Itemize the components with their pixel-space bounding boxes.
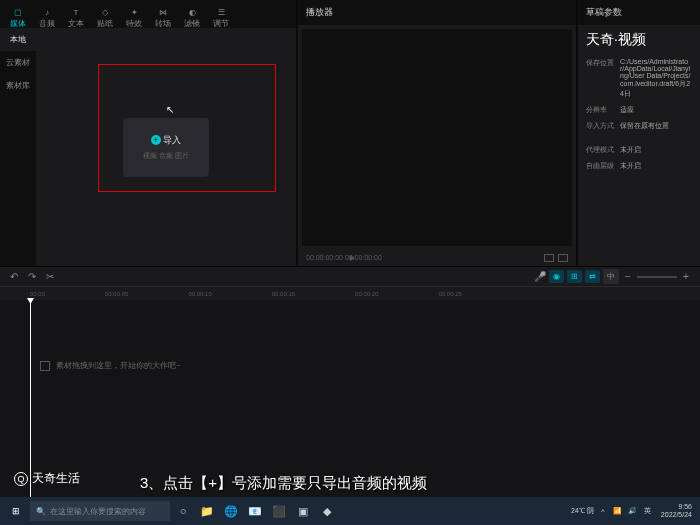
tab-transition[interactable]: ⋈转场 — [149, 4, 177, 28]
taskbar: ⊞ 🔍 在这里输入你要搜索的内容 ○ 📁 🌐 📧 ⬛ ▣ ◆ 24℃ 阴 ^ 📶… — [0, 497, 700, 525]
tray-net-icon[interactable]: 📶 — [612, 505, 624, 517]
preview-viewport — [302, 29, 572, 246]
track-hint: 素材拖拽到这里，开始你的大作吧~ — [40, 360, 181, 371]
task-app4[interactable]: ⬛ — [268, 500, 290, 522]
transition-icon: ⋈ — [158, 8, 168, 17]
search-box[interactable]: 🔍 在这里输入你要搜索的内容 — [30, 501, 170, 521]
tb-btn3[interactable]: ⇄ — [585, 270, 600, 283]
ratio-icon[interactable] — [544, 254, 554, 262]
tab-effect[interactable]: ✦特效 — [120, 4, 148, 28]
tab-filter[interactable]: ◐滤镜 — [178, 4, 206, 28]
playhead[interactable] — [30, 300, 31, 497]
sticker-icon: ◇ — [100, 8, 110, 17]
tab-adjust[interactable]: ☰调节 — [207, 4, 235, 28]
props-title: 草稿参数 — [578, 0, 700, 25]
preview-title: 播放器 — [298, 0, 576, 25]
task-cortana[interactable]: ○ — [172, 500, 194, 522]
task-app3[interactable]: 📧 — [244, 500, 266, 522]
adjust-icon: ☰ — [216, 8, 226, 17]
timeline-toolbar: ↶ ↷ ✂ 🎤 ◉ ⊞ ⇄ 中 − + — [0, 266, 700, 286]
plus-icon: + — [151, 135, 161, 145]
sidebar-cloud[interactable]: 云素材 — [0, 51, 36, 74]
tab-media[interactable]: ▢媒体 — [4, 4, 32, 28]
start-button[interactable]: ⊞ — [4, 499, 28, 523]
tab-audio[interactable]: ♪音频 — [33, 4, 61, 28]
tab-text[interactable]: T文本 — [62, 4, 90, 28]
undo-icon[interactable]: ↶ — [8, 271, 20, 283]
import-area: ↖ +导入 视频 音频 图片 — [36, 28, 296, 266]
watermark: Q 天奇生活 — [14, 470, 80, 487]
filter-icon: ◐ — [187, 8, 197, 17]
watermark-icon: Q — [14, 472, 28, 486]
timeline-tracks[interactable]: 素材拖拽到这里，开始你的大作吧~ — [0, 300, 700, 497]
sidebar-local[interactable]: 本地 — [0, 28, 36, 51]
task-app6[interactable]: ◆ — [316, 500, 338, 522]
tb-btn2[interactable]: ⊞ — [567, 270, 582, 283]
text-icon: T — [71, 8, 81, 17]
tray-up-icon[interactable]: ^ — [597, 505, 609, 517]
hint-icon — [40, 361, 50, 371]
properties-panel: 草稿参数 天奇·视频 保存位置C:/Users/Administrator/Ap… — [578, 0, 700, 266]
zoom-in-icon[interactable]: + — [680, 271, 692, 283]
media-sidebar: 本地 云素材 素材库 — [0, 28, 36, 266]
mic-icon[interactable]: 🎤 — [534, 271, 546, 283]
timeline-ruler[interactable]: 00:00 00:00:05 00:00:10 00:00:15 00:00:2… — [0, 286, 700, 300]
brand-logo: 天奇·视频 — [578, 25, 700, 55]
task-app2[interactable]: 🌐 — [220, 500, 242, 522]
tray-ime-icon[interactable]: 英 — [642, 505, 654, 517]
redo-icon[interactable]: ↷ — [26, 271, 38, 283]
tray-vol-icon[interactable]: 🔊 — [627, 505, 639, 517]
split-icon[interactable]: ✂ — [44, 271, 56, 283]
fullscreen-icon[interactable] — [558, 254, 568, 262]
cursor-icon: ↖ — [166, 104, 174, 115]
weather[interactable]: 24℃ 阴 — [571, 506, 594, 516]
tb-btn4[interactable]: 中 — [603, 269, 619, 284]
clock[interactable]: 9:56 2022/5/24 — [657, 503, 696, 518]
zoom-slider[interactable] — [637, 276, 677, 278]
tab-sticker[interactable]: ◇贴纸 — [91, 4, 119, 28]
preview-timecode: 00:00:00:00 00:00:00:00 — [306, 254, 382, 262]
system-tray: 24℃ 阴 ^ 📶 🔊 英 9:56 2022/5/24 — [571, 503, 696, 518]
tb-btn1[interactable]: ◉ — [549, 270, 564, 283]
audio-icon: ♪ — [42, 8, 52, 17]
search-icon: 🔍 — [36, 507, 46, 516]
sidebar-library[interactable]: 素材库 — [0, 74, 36, 97]
task-app1[interactable]: 📁 — [196, 500, 218, 522]
media-icon: ▢ — [13, 8, 23, 17]
import-button[interactable]: ↖ +导入 视频 音频 图片 — [123, 118, 209, 177]
zoom-out-icon[interactable]: − — [622, 271, 634, 283]
task-app5[interactable]: ▣ — [292, 500, 314, 522]
effect-icon: ✦ — [129, 8, 139, 17]
tutorial-caption: 3、点击【+】号添加需要只导出音频的视频 — [140, 474, 427, 493]
play-button[interactable]: ▶ — [350, 254, 355, 262]
media-tabs: ▢媒体 ♪音频 T文本 ◇贴纸 ✦特效 ⋈转场 ◐滤镜 ☰调节 — [0, 0, 296, 28]
preview-panel: 播放器 00:00:00:00 00:00:00:00 ▶ — [298, 0, 576, 266]
media-panel: ▢媒体 ♪音频 T文本 ◇贴纸 ✦特效 ⋈转场 ◐滤镜 ☰调节 本地 云素材 素… — [0, 0, 296, 266]
